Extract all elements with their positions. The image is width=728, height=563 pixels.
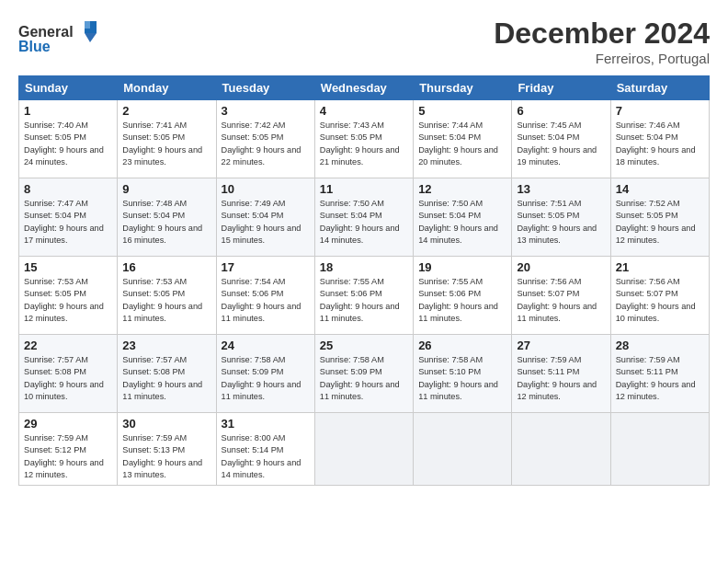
- calendar-cell: 29 Sunrise: 7:59 AMSunset: 5:12 PMDaylig…: [19, 413, 118, 486]
- day-number: 25: [320, 339, 408, 352]
- title-area: December 2024 Ferreiros, Portugal: [494, 17, 710, 66]
- svg-text:General: General: [18, 24, 74, 40]
- day-info: Sunrise: 7:50 AMSunset: 5:04 PMDaylight:…: [418, 198, 506, 247]
- logo-text: General Blue: [18, 17, 101, 57]
- day-number: 23: [122, 339, 210, 352]
- day-info: Sunrise: 7:55 AMSunset: 5:06 PMDaylight:…: [418, 276, 506, 325]
- calendar-cell: 30 Sunrise: 7:59 AMSunset: 5:13 PMDaylig…: [118, 413, 216, 486]
- calendar-cell: 13 Sunrise: 7:51 AMSunset: 5:05 PMDaylig…: [512, 178, 610, 257]
- calendar-cell: [314, 413, 413, 486]
- day-info: Sunrise: 7:46 AMSunset: 5:04 PMDaylight:…: [616, 120, 704, 168]
- day-info: Sunrise: 7:58 AMSunset: 5:10 PMDaylight:…: [418, 354, 506, 403]
- calendar-cell: 20 Sunrise: 7:56 AMSunset: 5:07 PMDaylig…: [512, 257, 610, 335]
- day-info: Sunrise: 7:59 AMSunset: 5:13 PMDaylight:…: [122, 432, 210, 481]
- calendar-cell: 14 Sunrise: 7:52 AMSunset: 5:05 PMDaylig…: [610, 178, 709, 257]
- day-number: 16: [122, 260, 210, 274]
- day-number: 9: [122, 182, 210, 196]
- day-info: Sunrise: 7:57 AMSunset: 5:08 PMDaylight:…: [24, 354, 112, 403]
- calendar-cell: [512, 413, 610, 486]
- calendar-cell: 5 Sunrise: 7:44 AMSunset: 5:04 PMDayligh…: [414, 100, 512, 178]
- day-number: 12: [418, 182, 506, 196]
- day-number: 26: [418, 339, 506, 352]
- week-row-5: 29 Sunrise: 7:59 AMSunset: 5:12 PMDaylig…: [19, 413, 710, 486]
- calendar-cell: 16 Sunrise: 7:53 AMSunset: 5:05 PMDaylig…: [118, 257, 216, 335]
- calendar-page: General Blue December 2024 Ferreiros, Po…: [0, 0, 728, 495]
- calendar-cell: 28 Sunrise: 7:59 AMSunset: 5:11 PMDaylig…: [610, 335, 709, 413]
- calendar-cell: 4 Sunrise: 7:43 AMSunset: 5:05 PMDayligh…: [314, 100, 413, 178]
- svg-rect-4: [85, 21, 90, 29]
- calendar-cell: 22 Sunrise: 7:57 AMSunset: 5:08 PMDaylig…: [19, 335, 118, 413]
- day-number: 14: [616, 182, 704, 196]
- day-number: 31: [222, 417, 310, 431]
- calendar-cell: 26 Sunrise: 7:58 AMSunset: 5:10 PMDaylig…: [414, 335, 512, 413]
- day-info: Sunrise: 7:43 AMSunset: 5:05 PMDaylight:…: [320, 120, 408, 168]
- week-row-3: 15 Sunrise: 7:53 AMSunset: 5:05 PMDaylig…: [19, 257, 710, 335]
- calendar-cell: 19 Sunrise: 7:55 AMSunset: 5:06 PMDaylig…: [414, 257, 512, 335]
- calendar-cell: 6 Sunrise: 7:45 AMSunset: 5:04 PMDayligh…: [512, 100, 610, 178]
- day-number: 2: [122, 104, 210, 118]
- day-info: Sunrise: 7:56 AMSunset: 5:07 PMDaylight:…: [517, 276, 605, 325]
- weekday-header-friday: Friday: [512, 76, 610, 100]
- day-number: 29: [24, 417, 112, 431]
- day-number: 13: [517, 182, 605, 196]
- calendar-cell: 23 Sunrise: 7:57 AMSunset: 5:08 PMDaylig…: [118, 335, 216, 413]
- calendar-cell: 1 Sunrise: 7:40 AMSunset: 5:05 PMDayligh…: [19, 100, 118, 178]
- calendar-cell: 10 Sunrise: 7:49 AMSunset: 5:04 PMDaylig…: [216, 178, 314, 257]
- weekday-header-row: SundayMondayTuesdayWednesdayThursdayFrid…: [19, 76, 710, 100]
- day-number: 24: [222, 339, 310, 352]
- day-number: 27: [517, 339, 605, 352]
- day-info: Sunrise: 7:51 AMSunset: 5:05 PMDaylight:…: [517, 198, 605, 247]
- calendar-cell: 21 Sunrise: 7:56 AMSunset: 5:07 PMDaylig…: [610, 257, 709, 335]
- day-info: Sunrise: 7:47 AMSunset: 5:04 PMDaylight:…: [24, 198, 112, 247]
- calendar-cell: 24 Sunrise: 7:58 AMSunset: 5:09 PMDaylig…: [216, 335, 314, 413]
- weekday-header-sunday: Sunday: [19, 76, 118, 100]
- day-number: 19: [418, 260, 506, 274]
- calendar-cell: 17 Sunrise: 7:54 AMSunset: 5:06 PMDaylig…: [216, 257, 314, 335]
- day-info: Sunrise: 7:41 AMSunset: 5:05 PMDaylight:…: [122, 120, 210, 168]
- day-number: 4: [320, 104, 408, 118]
- day-number: 11: [320, 182, 408, 196]
- day-info: Sunrise: 7:53 AMSunset: 5:05 PMDaylight:…: [24, 276, 112, 325]
- calendar-cell: [414, 413, 512, 486]
- calendar-cell: 31 Sunrise: 8:00 AMSunset: 5:14 PMDaylig…: [216, 413, 314, 486]
- calendar-body: 1 Sunrise: 7:40 AMSunset: 5:05 PMDayligh…: [19, 100, 710, 486]
- day-number: 30: [122, 417, 210, 431]
- day-info: Sunrise: 7:50 AMSunset: 5:04 PMDaylight:…: [320, 198, 408, 247]
- weekday-header-wednesday: Wednesday: [314, 76, 413, 100]
- calendar-cell: 25 Sunrise: 7:58 AMSunset: 5:09 PMDaylig…: [314, 335, 413, 413]
- calendar-table: SundayMondayTuesdayWednesdayThursdayFrid…: [18, 75, 710, 486]
- day-info: Sunrise: 7:52 AMSunset: 5:05 PMDaylight:…: [616, 198, 704, 247]
- week-row-4: 22 Sunrise: 7:57 AMSunset: 5:08 PMDaylig…: [19, 335, 710, 413]
- day-number: 6: [517, 104, 605, 118]
- day-info: Sunrise: 7:59 AMSunset: 5:11 PMDaylight:…: [616, 354, 704, 403]
- day-info: Sunrise: 7:56 AMSunset: 5:07 PMDaylight:…: [616, 276, 704, 325]
- day-info: Sunrise: 7:42 AMSunset: 5:05 PMDaylight:…: [222, 120, 310, 168]
- weekday-header-saturday: Saturday: [610, 76, 709, 100]
- week-row-2: 8 Sunrise: 7:47 AMSunset: 5:04 PMDayligh…: [19, 178, 710, 257]
- day-info: Sunrise: 7:59 AMSunset: 5:12 PMDaylight:…: [24, 432, 112, 481]
- day-info: Sunrise: 7:59 AMSunset: 5:11 PMDaylight:…: [517, 354, 605, 403]
- weekday-header-monday: Monday: [118, 76, 216, 100]
- day-info: Sunrise: 7:44 AMSunset: 5:04 PMDaylight:…: [418, 120, 506, 168]
- month-title: December 2024: [494, 17, 710, 51]
- day-info: Sunrise: 7:48 AMSunset: 5:04 PMDaylight:…: [122, 198, 210, 247]
- calendar-cell: 2 Sunrise: 7:41 AMSunset: 5:05 PMDayligh…: [118, 100, 216, 178]
- logo: General Blue: [18, 17, 101, 57]
- day-number: 7: [616, 104, 704, 118]
- calendar-cell: 7 Sunrise: 7:46 AMSunset: 5:04 PMDayligh…: [610, 100, 709, 178]
- day-info: Sunrise: 7:58 AMSunset: 5:09 PMDaylight:…: [222, 354, 310, 403]
- day-number: 8: [24, 182, 112, 196]
- calendar-cell: 3 Sunrise: 7:42 AMSunset: 5:05 PMDayligh…: [216, 100, 314, 178]
- svg-text:Blue: Blue: [18, 39, 51, 53]
- day-number: 20: [517, 260, 605, 274]
- day-number: 21: [616, 260, 704, 274]
- day-info: Sunrise: 7:45 AMSunset: 5:04 PMDaylight:…: [517, 120, 605, 168]
- weekday-header-thursday: Thursday: [414, 76, 512, 100]
- day-info: Sunrise: 7:49 AMSunset: 5:04 PMDaylight:…: [222, 198, 310, 247]
- week-row-1: 1 Sunrise: 7:40 AMSunset: 5:05 PMDayligh…: [19, 100, 710, 178]
- calendar-cell: 11 Sunrise: 7:50 AMSunset: 5:04 PMDaylig…: [314, 178, 413, 257]
- day-number: 22: [24, 339, 112, 352]
- day-info: Sunrise: 7:54 AMSunset: 5:06 PMDaylight:…: [222, 276, 310, 325]
- header: General Blue December 2024 Ferreiros, Po…: [18, 17, 710, 66]
- calendar-cell: 12 Sunrise: 7:50 AMSunset: 5:04 PMDaylig…: [414, 178, 512, 257]
